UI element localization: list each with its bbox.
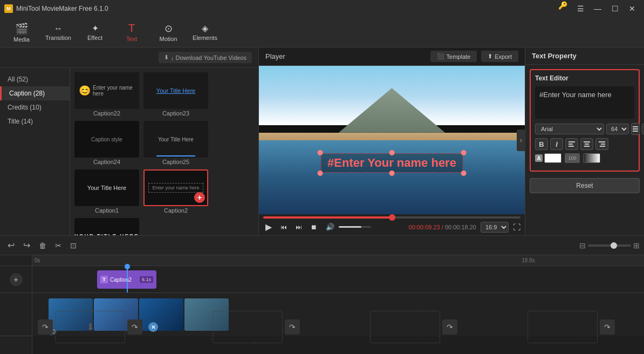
track1-label: + bbox=[0, 266, 32, 293]
text-color-swatch[interactable] bbox=[544, 153, 561, 163]
list-item[interactable]: 😊 Enter your name here Caption22 bbox=[74, 72, 139, 117]
arrow-button[interactable]: ↷ bbox=[600, 319, 615, 335]
italic-button[interactable]: I bbox=[550, 138, 563, 150]
arrow-button[interactable]: ↷ bbox=[285, 319, 300, 335]
handle-br[interactable] bbox=[461, 171, 467, 176]
zoom-thumb[interactable] bbox=[611, 242, 617, 249]
elements-tool[interactable]: ◈ Elements bbox=[188, 19, 222, 45]
list-item[interactable]: Your Title Here Caption1 bbox=[74, 169, 139, 214]
progress-bar[interactable] bbox=[263, 216, 520, 219]
redo-button[interactable]: ↪ bbox=[20, 239, 33, 251]
template-label: Template bbox=[447, 53, 471, 60]
list-item[interactable]: YOUR TITLE HERE bbox=[74, 218, 139, 235]
align-left-button[interactable] bbox=[565, 138, 578, 150]
left-panel-inner: All (52) Caption (28) Credits (10) Title… bbox=[0, 68, 258, 235]
sidebar-item-credits[interactable]: Credits (10) bbox=[0, 100, 70, 114]
list-item[interactable]: Your Title Here Caption25 bbox=[143, 121, 208, 165]
player: Player ⬛ Template ⬆ Export bbox=[259, 47, 525, 235]
zoom-out-icon: ⊟ bbox=[579, 241, 586, 250]
text-input[interactable]: #Enter Your name here bbox=[535, 86, 634, 119]
arrow-button[interactable]: ↷ bbox=[38, 319, 53, 335]
progress-thumb[interactable] bbox=[389, 214, 395, 221]
transition-tool[interactable]: ↔ Transition bbox=[41, 19, 76, 45]
expand-panel-button[interactable]: › bbox=[517, 130, 525, 151]
export-button[interactable]: ⬆ Export bbox=[481, 51, 518, 62]
add-track1-button[interactable]: + bbox=[10, 273, 23, 286]
svg-rect-8 bbox=[584, 146, 590, 147]
sidebar-item-title[interactable]: Title (14) bbox=[0, 114, 70, 128]
media-tool[interactable]: 🎬 Media bbox=[4, 19, 39, 45]
opacity-value-swatch[interactable]: 100 bbox=[565, 153, 580, 163]
undo-button[interactable]: ↩ bbox=[4, 239, 18, 251]
bold-button[interactable]: B bbox=[535, 138, 548, 150]
reset-button[interactable]: Reset bbox=[530, 178, 640, 193]
timeline-body: + + 0s 18.8s T Caption2 6.1s bbox=[0, 255, 644, 354]
handle-bl[interactable] bbox=[317, 171, 323, 176]
font-size-select[interactable]: 64 48 72 bbox=[606, 124, 629, 134]
handle-tr[interactable] bbox=[461, 150, 467, 155]
cut-button[interactable]: ✂ bbox=[52, 239, 65, 251]
handle-tl[interactable] bbox=[317, 150, 323, 155]
settings-icon[interactable]: 🔑 bbox=[558, 1, 567, 16]
track-labels: + + bbox=[0, 255, 32, 354]
progress-fill bbox=[263, 216, 392, 219]
text-tool[interactable]: T Text bbox=[114, 19, 149, 45]
stop-button[interactable]: ⏹ bbox=[309, 222, 319, 232]
font-family-select[interactable]: Arial Times New Roman Helvetica bbox=[535, 124, 604, 134]
minimize-button[interactable]: — bbox=[590, 1, 605, 16]
grid-row: Your Title Here Caption1 Enter your name… bbox=[74, 169, 254, 214]
sidebar-item-all[interactable]: All (52) bbox=[0, 72, 70, 86]
volume-control: 🔊 bbox=[324, 222, 371, 232]
list-item[interactable]: Enter your name here + Caption2 bbox=[143, 169, 208, 214]
crop-button[interactable]: ⊡ bbox=[67, 239, 80, 251]
download-youtube-button[interactable]: ⬇ ↓ Download YouTube Videos bbox=[159, 52, 252, 63]
line-spacing-select[interactable]: 1 1.5 2 bbox=[642, 124, 644, 134]
list-item[interactable]: Your Title Here Caption23 bbox=[143, 72, 208, 117]
align-right-button[interactable] bbox=[595, 138, 608, 150]
volume-slider[interactable] bbox=[339, 226, 371, 228]
motion-tool[interactable]: ⊙ Motion bbox=[151, 19, 186, 45]
aspect-ratio-select[interactable]: 16:9 9:16 1:1 bbox=[481, 222, 509, 233]
app: M MiniTool MovieMaker Free 6.1.0 🔑 ☰ — ☐… bbox=[0, 0, 644, 354]
media-label: Media bbox=[13, 36, 30, 43]
opacity-wrap: 100 bbox=[565, 153, 580, 163]
text-editor-section: Text Editor #Enter Your name here Arial … bbox=[530, 69, 640, 172]
handle-bm[interactable] bbox=[389, 171, 395, 176]
sidebar-item-caption[interactable]: Caption (28) bbox=[0, 86, 70, 100]
export-label: Export bbox=[495, 53, 512, 60]
close-button[interactable]: ✕ bbox=[625, 1, 640, 16]
empty-slot[interactable] bbox=[370, 311, 440, 343]
fullscreen-button[interactable]: ⛶ bbox=[513, 223, 520, 232]
skip-back-button[interactable]: ⏮ bbox=[278, 222, 289, 232]
empty-slot[interactable] bbox=[213, 311, 283, 343]
handle-tm[interactable] bbox=[389, 150, 395, 155]
align-center-button[interactable] bbox=[580, 138, 593, 150]
menu-button[interactable]: ☰ bbox=[573, 1, 588, 16]
empty-slot[interactable] bbox=[527, 311, 598, 343]
list-item[interactable]: Caption style Caption24 bbox=[74, 121, 139, 165]
delete-button[interactable]: 🗑 bbox=[36, 239, 50, 251]
zoom-in-icon: ⊞ bbox=[633, 241, 640, 250]
elements-label: Elements bbox=[193, 35, 217, 41]
svg-rect-11 bbox=[600, 146, 605, 147]
text-overlay-container[interactable]: #Enter Your name here bbox=[320, 153, 463, 173]
progress-track[interactable] bbox=[263, 216, 520, 219]
template-button[interactable]: ⬛ Template bbox=[430, 51, 477, 62]
playhead[interactable] bbox=[127, 266, 128, 292]
volume-button[interactable]: 🔊 bbox=[324, 222, 337, 232]
play-button[interactable]: ▶ bbox=[263, 221, 274, 233]
text-editor-title: Text Editor bbox=[535, 74, 634, 82]
svg-rect-10 bbox=[601, 144, 605, 145]
arrow-button[interactable]: ↷ bbox=[442, 319, 457, 335]
arrow-button[interactable]: ↷ bbox=[127, 319, 142, 335]
effect-tool[interactable]: ✦ Effect bbox=[78, 19, 112, 45]
maximize-button[interactable]: ☐ bbox=[607, 1, 622, 16]
zoom-slider[interactable] bbox=[588, 244, 631, 247]
skip-forward-button[interactable]: ⏭ bbox=[293, 222, 304, 232]
timeline: ↩ ↪ 🗑 ✂ ⊡ ⊟ ⊞ + + bbox=[0, 235, 644, 354]
bg-color-swatch[interactable] bbox=[583, 153, 600, 163]
text-overlay[interactable]: #Enter Your name here bbox=[320, 153, 463, 173]
time-total: 00:00:18.20 bbox=[445, 224, 476, 230]
caption-label: Caption25 bbox=[143, 159, 208, 165]
empty-slot[interactable]: ⬇ bbox=[55, 311, 125, 343]
